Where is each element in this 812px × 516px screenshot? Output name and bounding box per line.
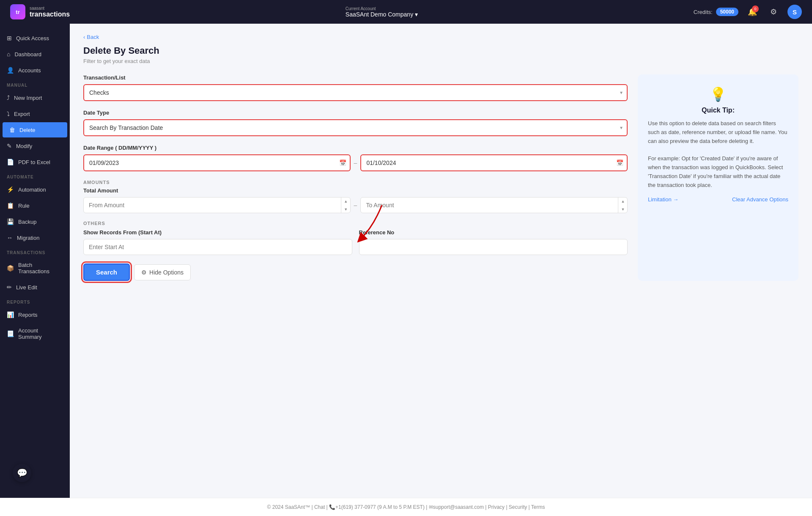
logo-area: tr saasant transactions <box>10 4 70 19</box>
sidebar-item-label: Accounts <box>18 67 41 74</box>
import-icon: ⤴ <box>7 94 10 101</box>
date-type-select-wrapper: Search By Transaction Date Search By Cre… <box>83 119 628 136</box>
others-grid: Show Records From (Start At) <box>83 229 628 255</box>
sidebar-item-live-edit[interactable]: ✏ Live Edit <box>0 280 70 295</box>
sidebar: ⊞ Quick Access ⌂ Dashboard 👤 Accounts MA… <box>0 24 70 498</box>
sidebar-item-migration[interactable]: ↔ Migration <box>0 230 70 245</box>
search-button[interactable]: Search <box>83 263 130 281</box>
sidebar-item-label: Export <box>14 111 30 117</box>
dropdown-chevron-icon: ▾ <box>415 11 418 18</box>
date-type-select[interactable]: Search By Transaction Date Search By Cre… <box>83 119 628 136</box>
form-panel: Transaction/List Checks Invoices Bills P… <box>83 74 628 281</box>
sidebar-item-label: Modify <box>16 143 32 149</box>
page-subtitle: Filter to get your exact data <box>83 58 798 64</box>
product-name: transactions <box>30 11 70 18</box>
total-amount-label: Total Amount <box>83 187 628 194</box>
tip-text: Use this option to delete data based on … <box>648 119 788 189</box>
from-amount-input[interactable] <box>83 197 351 213</box>
transaction-list-group: Transaction/List Checks Invoices Bills P… <box>83 74 628 101</box>
hide-options-label: Hide Options <box>149 269 184 276</box>
rule-icon: 📋 <box>7 202 14 209</box>
date-type-group: Date Type Search By Transaction Date Sea… <box>83 110 628 136</box>
sidebar-item-batch-transactions[interactable]: 📦 Batch Transactions <box>0 258 70 279</box>
settings-button[interactable]: ⚙ <box>766 5 781 19</box>
hide-options-button[interactable]: ⚙ Hide Options <box>134 264 191 280</box>
date-range-label: Date Range ( DD/MM/YYYY ) <box>83 145 628 151</box>
page-title: Delete By Search <box>83 45 798 56</box>
lightbulb-icon: 💡 <box>710 86 727 102</box>
pdf-icon: 📄 <box>7 159 14 165</box>
logo-icon: tr <box>10 4 25 19</box>
date-range-group: Date Range ( DD/MM/YYYY ) 📅 – 📅 <box>83 145 628 171</box>
export-icon: ⤵ <box>7 110 10 117</box>
home-icon: ⊞ <box>7 35 12 41</box>
sidebar-item-label: PDF to Excel <box>18 159 50 165</box>
manual-section-label: MANUAL <box>0 79 70 89</box>
sidebar-item-label: Reports <box>18 312 38 318</box>
sidebar-item-label: Migration <box>17 235 39 241</box>
action-row: Search ⚙ Hide Options <box>83 263 628 281</box>
chat-bubble-button[interactable]: 💬 <box>13 464 31 482</box>
tip-panel: 💡 Quick Tip: Use this option to delete d… <box>638 74 798 281</box>
sidebar-item-export[interactable]: ⤵ Export <box>0 106 70 121</box>
dashboard-icon: ⌂ <box>7 51 10 58</box>
clear-advance-options-link[interactable]: Clear Advance Options <box>732 196 788 203</box>
sidebar-item-rule[interactable]: 📋 Rule <box>0 198 70 213</box>
sidebar-item-delete[interactable]: 🗑 Delete <box>3 122 67 137</box>
sidebar-item-backup[interactable]: 💾 Backup <box>0 214 70 229</box>
current-account-name[interactable]: SaaSAnt Demo Company ▾ <box>346 11 418 18</box>
notification-dot: 0 <box>752 5 759 12</box>
sidebar-item-accounts[interactable]: 👤 Accounts <box>0 63 70 78</box>
red-arrow-annotation <box>348 201 403 243</box>
app-header: tr saasant transactions Current Account … <box>0 0 812 24</box>
date-separator: – <box>354 159 357 166</box>
date-to-input[interactable] <box>360 154 628 171</box>
filter-icon: ⚙ <box>141 269 147 276</box>
sidebar-item-automation[interactable]: ⚡ Automation <box>0 182 70 197</box>
reports-section-label: REPORTS <box>0 296 70 306</box>
migration-icon: ↔ <box>7 234 13 241</box>
transactions-section-label: TRANSACTIONS <box>0 246 70 257</box>
sidebar-item-label: Dashboard <box>14 51 41 58</box>
credits-badge: Credits: 50000 <box>694 8 738 16</box>
sidebar-item-label: Live Edit <box>16 284 37 291</box>
arrow-container <box>83 239 352 255</box>
sidebar-item-label: Quick Access <box>16 35 49 41</box>
header-right: Credits: 50000 🔔 0 ⚙ S <box>694 5 802 19</box>
date-from-input[interactable] <box>83 154 351 171</box>
sidebar-item-new-import[interactable]: ⤴ New Import <box>0 90 70 105</box>
sidebar-item-modify[interactable]: ✎ Modify <box>0 138 70 154</box>
credits-value: 50000 <box>716 8 738 16</box>
show-records-group: Show Records From (Start At) <box>83 229 352 255</box>
footer-text: © 2024 SaaSAnt™ | Chat | 📞+1(619) 377-09… <box>267 504 545 510</box>
transaction-list-select[interactable]: Checks Invoices Bills Payments Deposits <box>83 84 628 101</box>
date-from-wrapper: 📅 <box>83 154 351 171</box>
sidebar-item-dashboard[interactable]: ⌂ Dashboard <box>0 47 70 62</box>
to-amount-stepper: ▲ ▼ <box>618 197 628 213</box>
sidebar-item-reports[interactable]: 📊 Reports <box>0 307 70 322</box>
tip-links: Limitation → Clear Advance Options <box>648 196 788 203</box>
sidebar-item-label: Account Summary <box>18 327 63 340</box>
sidebar-item-label: New Import <box>14 95 42 101</box>
back-link[interactable]: ‹ Back <box>83 34 798 40</box>
limitation-link[interactable]: Limitation → <box>648 196 678 203</box>
main-content: ‹ Back Delete By Search Filter to get yo… <box>70 24 812 498</box>
to-amount-down[interactable]: ▼ <box>618 205 628 213</box>
avatar[interactable]: S <box>787 5 802 19</box>
from-amount-wrapper: ▲ ▼ <box>83 197 351 213</box>
automation-icon: ⚡ <box>7 186 14 193</box>
sidebar-item-quick-access[interactable]: ⊞ Quick Access <box>0 30 70 46</box>
logo-text: saasant transactions <box>30 6 70 18</box>
date-to-wrapper: 📅 <box>360 154 628 171</box>
main-layout: ⊞ Quick Access ⌂ Dashboard 👤 Accounts MA… <box>0 24 812 498</box>
others-section: OTHERS Show Records From (Start At) <box>83 221 628 255</box>
start-at-input[interactable] <box>83 239 352 255</box>
to-amount-up[interactable]: ▲ <box>618 197 628 205</box>
sidebar-item-pdf-to-excel[interactable]: 📄 PDF to Excel <box>0 154 70 170</box>
notification-button[interactable]: 🔔 0 <box>745 5 760 19</box>
brand-name: saasant <box>30 6 70 11</box>
sidebar-item-label: Delete <box>19 127 36 133</box>
show-records-label: Show Records From (Start At) <box>83 229 352 236</box>
footer: © 2024 SaaSAnt™ | Chat | 📞+1(619) 377-09… <box>0 498 812 516</box>
sidebar-item-account-summary[interactable]: 📃 Account Summary <box>0 323 70 344</box>
